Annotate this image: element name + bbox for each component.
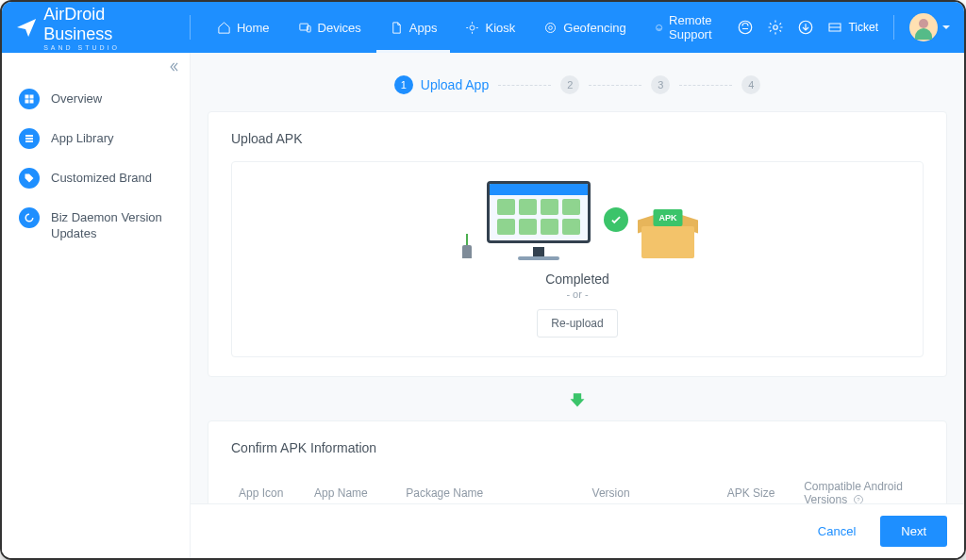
nav-kiosk-label: Kiosk xyxy=(485,21,515,35)
upload-apk-card: Upload APK APK Complet xyxy=(208,111,947,377)
sidebar: Overview App Library Customized Brand Bi… xyxy=(2,53,191,558)
sidebar-item-customized-brand[interactable]: Customized Brand xyxy=(2,158,190,198)
plant-icon xyxy=(460,245,474,258)
nav-devices-label: Devices xyxy=(318,21,361,35)
stepper: 1 Upload App 2 3 4 xyxy=(208,53,947,111)
ticket-label: Ticket xyxy=(848,21,878,34)
sidebar-item-app-library[interactable]: App Library xyxy=(2,119,190,158)
sidebar-item-overview[interactable]: Overview xyxy=(2,79,190,119)
sidebar-item-label: Overview xyxy=(51,89,102,107)
step-connector xyxy=(679,85,732,86)
svg-rect-1 xyxy=(307,25,310,31)
brand-logo: AirDroid Business SAND STUDIO xyxy=(15,5,169,51)
step-1[interactable]: 1 Upload App xyxy=(394,75,489,94)
sidebar-item-label: Biz Daemon Version Updates xyxy=(51,207,173,242)
sidebar-item-biz-daemon[interactable]: Biz Daemon Version Updates xyxy=(2,198,190,252)
download-icon[interactable] xyxy=(797,19,814,36)
upload-illustration: APK xyxy=(460,181,694,258)
brand-subline: SAND STUDIO xyxy=(43,44,169,51)
sidebar-item-label: App Library xyxy=(51,128,113,147)
step-badge: 1 xyxy=(394,75,413,94)
package-icon: APK xyxy=(641,213,694,258)
reupload-button[interactable]: Re-upload xyxy=(537,309,617,338)
nav-divider xyxy=(190,15,191,40)
step-3[interactable]: 3 xyxy=(651,75,670,94)
nav-geofencing-label: Geofencing xyxy=(563,21,626,35)
card-title: Confirm APK Information xyxy=(231,440,924,455)
nav-remote-support-label: Remote Support xyxy=(669,13,724,41)
library-icon xyxy=(19,128,40,149)
ticket-icon xyxy=(827,20,842,35)
nav-apps-label: Apps xyxy=(409,21,438,35)
gear-icon[interactable] xyxy=(767,19,784,36)
cancel-button[interactable]: Cancel xyxy=(805,516,869,547)
nav-kiosk[interactable]: Kiosk xyxy=(452,2,528,53)
step-2[interactable]: 2 xyxy=(560,75,579,94)
apk-badge: APK xyxy=(653,209,682,226)
next-button[interactable]: Next xyxy=(880,516,947,547)
step-connector xyxy=(498,85,551,86)
nav-devices[interactable]: Devices xyxy=(285,2,375,53)
main-content: 1 Upload App 2 3 4 Upload APK xyxy=(191,53,964,558)
home-icon xyxy=(217,21,231,35)
chevron-down-icon xyxy=(941,19,951,36)
remote-support-icon xyxy=(655,21,663,35)
svg-point-4 xyxy=(549,25,553,29)
upload-zone[interactable]: APK Completed - or - Re-upload xyxy=(231,161,924,357)
upload-status: Completed xyxy=(545,272,609,287)
nav-home[interactable]: Home xyxy=(204,2,283,53)
nav-divider-right xyxy=(893,15,894,40)
devices-icon xyxy=(298,21,312,35)
svg-text:?: ? xyxy=(857,497,860,502)
avatar xyxy=(909,13,938,41)
monitor-icon xyxy=(487,181,591,258)
check-icon xyxy=(604,207,628,232)
apps-icon xyxy=(390,21,404,35)
top-nav: AirDroid Business SAND STUDIO Home Devic… xyxy=(2,2,964,53)
support-icon[interactable] xyxy=(737,19,754,36)
arrow-down-icon xyxy=(208,390,947,409)
brand-name: AirDroid Business xyxy=(43,5,169,44)
overview-icon xyxy=(19,89,40,109)
nav-apps[interactable]: Apps xyxy=(376,2,451,53)
or-separator: - or - xyxy=(566,288,588,300)
kiosk-icon xyxy=(465,21,479,35)
svg-point-3 xyxy=(546,23,556,32)
sidebar-item-label: Customized Brand xyxy=(51,168,152,187)
update-icon xyxy=(19,207,40,228)
collapse-sidebar[interactable] xyxy=(167,60,180,77)
tag-icon xyxy=(19,168,40,189)
account-menu[interactable] xyxy=(909,13,951,41)
svg-point-7 xyxy=(774,25,778,30)
step-4[interactable]: 4 xyxy=(741,75,760,94)
card-title: Upload APK xyxy=(231,131,924,146)
paper-plane-icon xyxy=(15,15,38,40)
nav-geofencing[interactable]: Geofencing xyxy=(530,2,640,53)
geofencing-icon xyxy=(543,21,558,35)
svg-point-2 xyxy=(470,25,475,30)
step-label: Upload App xyxy=(421,77,489,92)
nav-remote-support[interactable]: Remote Support xyxy=(641,2,738,53)
footer-actions: Cancel Next xyxy=(191,503,964,558)
nav-home-label: Home xyxy=(237,21,270,35)
step-connector xyxy=(589,85,641,86)
ticket-link[interactable]: Ticket xyxy=(827,20,878,35)
